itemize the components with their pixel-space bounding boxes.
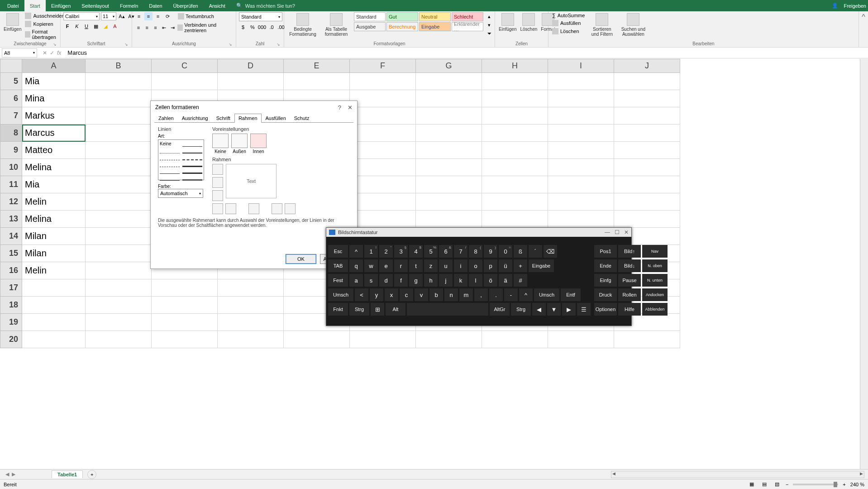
cell[interactable]: Milan — [22, 245, 86, 262]
font-color-button[interactable]: A — [111, 22, 119, 30]
line-style-list[interactable]: Keine — [158, 139, 204, 180]
row-header[interactable]: 11 — [0, 176, 22, 193]
osk-key[interactable]: - — [504, 288, 518, 301]
osk-key[interactable]: 6& — [439, 245, 453, 258]
close-button[interactable]: ✕ — [348, 104, 353, 111]
osk-key[interactable]: q — [349, 259, 363, 272]
tab-seitenlayout[interactable]: Seitenlayout — [76, 0, 114, 11]
osk-key[interactable]: Strg — [349, 303, 369, 316]
cell[interactable]: Mina — [22, 90, 86, 107]
border-top-button[interactable] — [212, 164, 223, 175]
as-table-button[interactable]: Als Tabelle formatieren — [320, 12, 352, 38]
cell[interactable] — [86, 297, 152, 314]
tab-ansicht[interactable]: Ansicht — [204, 0, 231, 11]
col-header[interactable]: D — [218, 59, 284, 73]
autosum-button[interactable]: ∑AutoSumme — [551, 12, 586, 19]
osk-key[interactable] — [407, 303, 488, 316]
row-header[interactable]: 14 — [0, 228, 22, 245]
osk-side-key[interactable]: Bild↑ — [618, 245, 641, 258]
insert-cells-button[interactable]: Einfügen — [498, 12, 517, 33]
cell[interactable] — [614, 176, 680, 193]
cell[interactable] — [22, 279, 86, 297]
osk-key[interactable]: ä — [499, 274, 512, 287]
row-header[interactable]: 12 — [0, 193, 22, 211]
bold-button[interactable]: F — [63, 22, 72, 30]
osk-key[interactable]: s — [364, 274, 378, 287]
wrap-text-button[interactable]: Textumbruch — [186, 14, 214, 19]
cell[interactable] — [548, 107, 614, 125]
row-header[interactable]: 9 — [0, 142, 22, 159]
osk-key[interactable]: Alt — [386, 303, 405, 316]
cond-format-button[interactable]: Bedingte Formatierung — [287, 12, 319, 38]
cell[interactable] — [614, 331, 680, 348]
cell[interactable]: Markus — [22, 107, 86, 125]
border-diag-button[interactable] — [285, 203, 296, 214]
cell[interactable] — [86, 107, 152, 125]
cell[interactable] — [22, 314, 86, 331]
osk-key[interactable]: , — [474, 288, 488, 301]
cell[interactable] — [152, 314, 218, 331]
horizontal-scrollbar[interactable] — [611, 471, 864, 478]
cell[interactable]: Mia — [22, 176, 86, 193]
osk-side-key[interactable]: Rollen — [618, 288, 641, 301]
border-hmid-button[interactable] — [212, 177, 223, 188]
osk-key[interactable]: u — [439, 259, 453, 272]
add-sheet-button[interactable]: + — [87, 470, 96, 479]
osk-key[interactable]: a — [349, 274, 363, 287]
osk-side-key[interactable]: Druck — [594, 288, 617, 301]
minimize-button[interactable]: — — [605, 229, 610, 235]
osk-key[interactable]: ☰ — [577, 303, 591, 316]
row-header[interactable]: 5 — [0, 73, 22, 90]
cell[interactable] — [284, 73, 350, 90]
cell[interactable] — [482, 176, 548, 193]
osk-key[interactable]: ^ — [349, 245, 363, 258]
osk-key[interactable]: ◀ — [532, 303, 546, 316]
border-preview[interactable]: Text — [226, 164, 277, 198]
italic-button[interactable]: K — [73, 22, 81, 30]
row-header[interactable]: 18 — [0, 297, 22, 314]
osk-key[interactable]: ^ — [519, 288, 533, 301]
osk-key[interactable]: + — [514, 259, 527, 272]
cell[interactable]: Melina — [22, 211, 86, 228]
zoom-value[interactable]: 240 % — [850, 482, 864, 487]
osk-key[interactable]: Fnkt — [328, 303, 348, 316]
align-right-button[interactable]: ≡ — [152, 24, 159, 32]
align-top-button[interactable]: ≡ — [135, 12, 143, 20]
osk-key[interactable]: r — [394, 259, 408, 272]
view-layout-button[interactable]: ▤ — [760, 480, 768, 489]
dialog-launcher-icon[interactable]: ↘ — [277, 42, 280, 47]
cell[interactable] — [548, 73, 614, 90]
font-size-combo[interactable]: 11▾ — [101, 12, 116, 20]
osk-key[interactable]: v — [415, 288, 428, 301]
sheet-tab[interactable]: Tabelle1 — [52, 470, 83, 478]
cell[interactable] — [416, 90, 482, 107]
cell[interactable] — [350, 159, 416, 176]
osk-key[interactable]: ß — [514, 245, 527, 258]
osk-key[interactable]: 5% — [424, 245, 438, 258]
number-format-combo[interactable]: Standard▾ — [239, 12, 282, 21]
osk-key[interactable]: ´ — [529, 245, 542, 258]
osk-key[interactable]: < — [355, 288, 368, 301]
cell[interactable] — [350, 176, 416, 193]
cell[interactable] — [548, 90, 614, 107]
col-header[interactable]: I — [548, 59, 614, 73]
cell-style[interactable]: Eingabe — [419, 22, 451, 31]
format-painter-button[interactable]: Format übertragen — [24, 29, 65, 40]
align-mid-button[interactable]: ≡ — [144, 12, 153, 20]
col-header[interactable]: J — [614, 59, 680, 73]
border-right-button[interactable] — [272, 203, 282, 214]
cell[interactable] — [350, 73, 416, 90]
col-header[interactable]: F — [350, 59, 416, 73]
cell[interactable] — [548, 176, 614, 193]
osk-key[interactable]: AltGr — [490, 303, 510, 316]
cell[interactable] — [416, 142, 482, 159]
border-bottom-button[interactable] — [212, 190, 223, 201]
dialog-tab[interactable]: Zahlen — [154, 114, 178, 123]
dialog-launcher-icon[interactable]: ↘ — [53, 42, 57, 47]
cell[interactable] — [482, 107, 548, 125]
preset-innen-button[interactable] — [250, 134, 267, 148]
cell[interactable] — [482, 90, 548, 107]
confirm-edit-button[interactable]: ✓ — [50, 50, 54, 56]
col-header[interactable]: A — [22, 59, 86, 73]
osk-key[interactable]: ⊞ — [371, 303, 384, 316]
